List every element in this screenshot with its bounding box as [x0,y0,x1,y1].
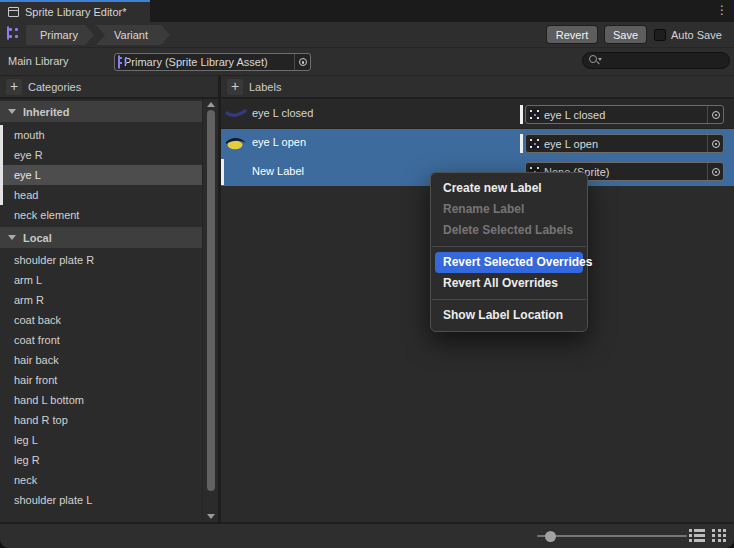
kebab-menu-icon[interactable]: ⋮ [715,3,729,19]
object-picker-icon[interactable] [707,106,723,123]
category-item-coat-front[interactable]: coat front [0,330,203,350]
slider-thumb[interactable] [545,531,556,542]
chevron-down-icon [8,235,16,240]
categories-scrollbar[interactable] [202,99,218,522]
auto-save-checkbox[interactable] [654,29,666,41]
category-item-hand-r-top[interactable]: hand R top [0,410,203,430]
category-item-hair-front[interactable]: hair front [0,370,203,390]
category-item-leg-l[interactable]: leg L [0,430,203,450]
category-item-shoulder-plate-r[interactable]: shoulder plate R [0,250,203,270]
label-name: eye L open [252,136,306,148]
breadcrumb-primary[interactable]: Primary [26,25,94,45]
sprite-object-field[interactable]: eye L closed [525,105,724,124]
label-name: New Label [252,165,304,177]
categories-panel-title: Categories [28,81,81,93]
override-marker [520,105,523,124]
label-row-eye-l-open[interactable]: eye L open eye L open [221,129,734,158]
context-menu: Create new Label Rename Label Delete Sel… [430,172,588,332]
menu-item-revert-selected-overrides[interactable]: Revert Selected Overrides [435,252,583,273]
thumbnail-zoom-slider[interactable] [537,535,687,537]
override-marker [0,125,3,205]
category-item-leg-r[interactable]: leg R [0,450,203,470]
category-item-hand-l-bottom[interactable]: hand L bottom [0,390,203,410]
category-item-neck-element[interactable]: neck element [0,205,203,225]
list-view-icon[interactable] [689,529,706,543]
sprite-library-editor-icon [8,7,19,17]
main-library-field-value: Primary (Sprite Library Asset) [124,56,294,68]
override-marker [221,159,224,185]
save-button[interactable]: Save [605,26,646,43]
category-item-eye-r[interactable]: eye R [0,145,203,165]
sprite-library-asset-icon [7,27,9,39]
object-picker-icon[interactable] [707,163,723,180]
tab-bar: Sprite Library Editor* ⋮ [0,0,734,22]
sprite-object-field[interactable]: eye L open [525,134,724,153]
open-eye-thumbnail [223,132,249,155]
menu-separator [432,299,586,300]
object-picker-icon[interactable] [294,54,310,70]
tab-title: Sprite Library Editor* [25,6,127,18]
menu-item-show-label-location[interactable]: Show Label Location [431,305,587,326]
group-name: Local [23,232,52,244]
breadcrumb-label: Variant [114,29,148,41]
category-item-head[interactable]: head [0,185,203,205]
search-field[interactable] [582,52,730,69]
categories-list: Inherited mouth eye R eye L head neck el… [0,99,218,522]
add-label-button[interactable]: + [227,79,243,95]
category-item-shoulder-plate-l[interactable]: shoulder plate L [0,490,203,510]
sprite-library-editor-window: Sprite Library Editor* ⋮ Primary Variant… [0,0,734,548]
object-picker-icon[interactable] [707,135,723,152]
breadcrumb-variant[interactable]: Variant [96,25,170,45]
category-item-neck[interactable]: neck [0,470,203,490]
scrollbar-thumb[interactable] [207,110,215,491]
sprite-icon [529,109,540,120]
closed-eye-thumbnail [223,103,249,126]
sprite-library-asset-icon [118,56,120,68]
menu-item-create-new-label[interactable]: Create new Label [431,178,587,199]
menu-item-rename-label: Rename Label [431,199,587,220]
tab-sprite-library-editor[interactable]: Sprite Library Editor* [0,0,150,22]
menu-item-revert-all-overrides[interactable]: Revert All Overrides [431,273,587,294]
chevron-down-icon [8,109,16,114]
category-item-arm-l[interactable]: arm L [0,270,203,290]
main-library-object-field[interactable]: Primary (Sprite Library Asset) [114,53,311,71]
search-input[interactable] [605,55,705,67]
labels-panel-title: Labels [249,81,281,93]
category-item-coat-back[interactable]: coat back [0,310,203,330]
category-item-mouth[interactable]: mouth [0,125,203,145]
menu-item-delete-selected-labels: Delete Selected Labels [431,220,587,241]
label-row-eye-l-closed[interactable]: eye L closed eye L closed [221,100,734,129]
menu-separator [432,246,586,247]
override-marker [520,134,523,153]
sprite-field-value: eye L closed [544,109,707,121]
breadcrumb-label: Primary [40,29,78,41]
category-item-arm-r[interactable]: arm R [0,290,203,310]
category-item-hair-back[interactable]: hair back [0,350,203,370]
sprite-field-value: eye L open [544,138,707,150]
search-icon [589,55,602,66]
sprite-icon [529,138,540,149]
category-item-eye-l[interactable]: eye L [0,165,203,185]
scroll-down-icon[interactable] [207,514,215,519]
revert-button[interactable]: Revert [547,26,597,43]
group-header-inherited[interactable]: Inherited [0,101,203,122]
panel-headers: + Categories + Labels [0,76,734,99]
group-header-local[interactable]: Local [0,227,203,248]
label-name: eye L closed [252,107,313,119]
scroll-up-icon[interactable] [207,102,215,107]
main-library-label: Main Library [8,55,69,67]
group-name: Inherited [23,106,69,118]
auto-save-label: Auto Save [671,29,722,41]
grid-view-icon[interactable] [712,529,729,543]
bottom-bar [0,522,734,548]
add-category-button[interactable]: + [6,79,22,95]
